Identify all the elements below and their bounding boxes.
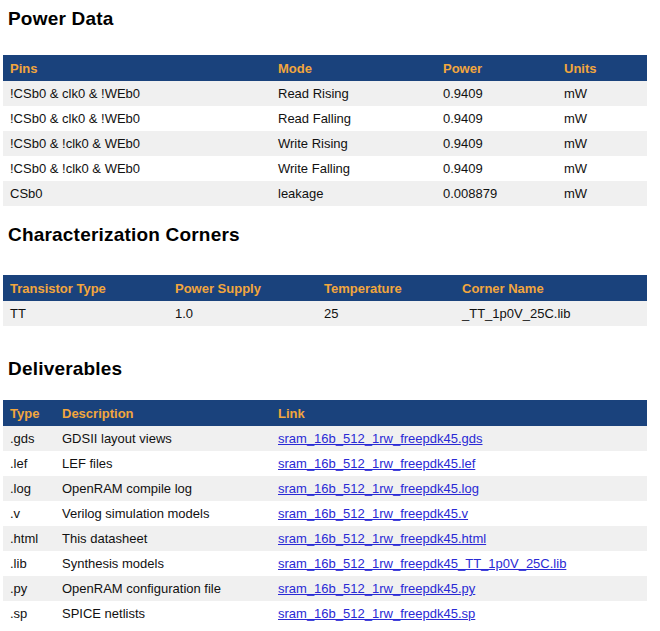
description-cell: LEF files <box>55 451 271 476</box>
power-supply-cell: 1.0 <box>168 301 317 326</box>
table-row: .log OpenRAM compile log sram_16b_512_1r… <box>3 476 647 501</box>
pins-cell: !CSb0 & clk0 & !WEb0 <box>3 81 271 106</box>
table-row: .gds GDSII layout views sram_16b_512_1rw… <box>3 426 647 451</box>
type-cell: .v <box>3 501 55 526</box>
units-cell: mW <box>557 106 647 131</box>
power-data-title: Power Data <box>8 8 652 30</box>
characterization-corners-title: Characterization Corners <box>8 224 652 246</box>
type-cell: .gds <box>3 426 55 451</box>
power-cell: 0.9409 <box>436 131 557 156</box>
mode-cell: Write Rising <box>271 131 436 156</box>
lef-file-link[interactable]: sram_16b_512_1rw_freepdk45.lef <box>278 456 475 471</box>
column-header-corner-name: Corner Name <box>455 275 647 301</box>
type-cell: .lef <box>3 451 55 476</box>
column-header-power: Power <box>436 55 557 81</box>
type-cell: .log <box>3 476 55 501</box>
table-row: !CSb0 & !clk0 & WEb0 Write Falling 0.940… <box>3 156 647 181</box>
description-cell: GDSII layout views <box>55 426 271 451</box>
verilog-file-link[interactable]: sram_16b_512_1rw_freepdk45.v <box>278 506 468 521</box>
table-row: !CSb0 & !clk0 & WEb0 Write Rising 0.9409… <box>3 131 647 156</box>
corners-header-row: Transistor Type Power Supply Temperature… <box>3 275 647 301</box>
table-row: !CSb0 & clk0 & !WEb0 Read Falling 0.9409… <box>3 106 647 131</box>
power-cell: 0.9409 <box>436 81 557 106</box>
pins-cell: !CSb0 & !clk0 & WEb0 <box>3 156 271 181</box>
column-header-description: Description <box>55 400 271 426</box>
description-cell: OpenRAM compile log <box>55 476 271 501</box>
table-row: .py OpenRAM configuration file sram_16b_… <box>3 576 647 601</box>
transistor-type-cell: TT <box>3 301 168 326</box>
corner-name-cell: _TT_1p0V_25C.lib <box>455 301 647 326</box>
column-header-link: Link <box>271 400 647 426</box>
type-cell: .lib <box>3 551 55 576</box>
datasheet-page: Power Data Pins Mode Power Units !CSb0 &… <box>8 8 652 626</box>
power-data-table: Pins Mode Power Units !CSb0 & clk0 & !WE… <box>3 55 647 206</box>
table-row: .lef LEF files sram_16b_512_1rw_freepdk4… <box>3 451 647 476</box>
deliverables-title: Deliverables <box>8 358 652 380</box>
table-row: .html This datasheet sram_16b_512_1rw_fr… <box>3 526 647 551</box>
pins-cell: CSb0 <box>3 181 271 206</box>
type-cell: .py <box>3 576 55 601</box>
pins-cell: !CSb0 & !clk0 & WEb0 <box>3 131 271 156</box>
column-header-temperature: Temperature <box>317 275 455 301</box>
py-file-link[interactable]: sram_16b_512_1rw_freepdk45.py <box>278 581 475 596</box>
mode-cell: Write Falling <box>271 156 436 181</box>
column-header-transistor-type: Transistor Type <box>3 275 168 301</box>
html-file-link[interactable]: sram_16b_512_1rw_freepdk45.html <box>278 531 486 546</box>
gds-file-link[interactable]: sram_16b_512_1rw_freepdk45.gds <box>278 431 483 446</box>
pins-cell: !CSb0 & clk0 & !WEb0 <box>3 106 271 131</box>
table-row: .sp SPICE netlists sram_16b_512_1rw_free… <box>3 601 647 626</box>
power-header-row: Pins Mode Power Units <box>3 55 647 81</box>
temperature-cell: 25 <box>317 301 455 326</box>
log-file-link[interactable]: sram_16b_512_1rw_freepdk45.log <box>278 481 479 496</box>
type-cell: .html <box>3 526 55 551</box>
lib-file-link[interactable]: sram_16b_512_1rw_freepdk45_TT_1p0V_25C.l… <box>278 556 566 571</box>
units-cell: mW <box>557 156 647 181</box>
description-cell: SPICE netlists <box>55 601 271 626</box>
description-cell: Verilog simulation models <box>55 501 271 526</box>
table-row: !CSb0 & clk0 & !WEb0 Read Rising 0.9409 … <box>3 81 647 106</box>
column-header-mode: Mode <box>271 55 436 81</box>
mode-cell: Read Falling <box>271 106 436 131</box>
deliverables-header-row: Type Description Link <box>3 400 647 426</box>
mode-cell: leakage <box>271 181 436 206</box>
sp-file-link[interactable]: sram_16b_512_1rw_freepdk45.sp <box>278 606 475 621</box>
column-header-units: Units <box>557 55 647 81</box>
description-cell: OpenRAM configuration file <box>55 576 271 601</box>
type-cell: .sp <box>3 601 55 626</box>
characterization-corners-table: Transistor Type Power Supply Temperature… <box>3 275 647 326</box>
column-header-pins: Pins <box>3 55 271 81</box>
description-cell: Synthesis models <box>55 551 271 576</box>
units-cell: mW <box>557 81 647 106</box>
column-header-power-supply: Power Supply <box>168 275 317 301</box>
power-cell: 0.9409 <box>436 106 557 131</box>
units-cell: mW <box>557 131 647 156</box>
table-row: .v Verilog simulation models sram_16b_51… <box>3 501 647 526</box>
table-row: .lib Synthesis models sram_16b_512_1rw_f… <box>3 551 647 576</box>
table-row: TT 1.0 25 _TT_1p0V_25C.lib <box>3 301 647 326</box>
units-cell: mW <box>557 181 647 206</box>
column-header-type: Type <box>3 400 55 426</box>
table-row: CSb0 leakage 0.008879 mW <box>3 181 647 206</box>
description-cell: This datasheet <box>55 526 271 551</box>
power-cell: 0.008879 <box>436 181 557 206</box>
deliverables-table: Type Description Link .gds GDSII layout … <box>3 400 647 626</box>
mode-cell: Read Rising <box>271 81 436 106</box>
power-cell: 0.9409 <box>436 156 557 181</box>
